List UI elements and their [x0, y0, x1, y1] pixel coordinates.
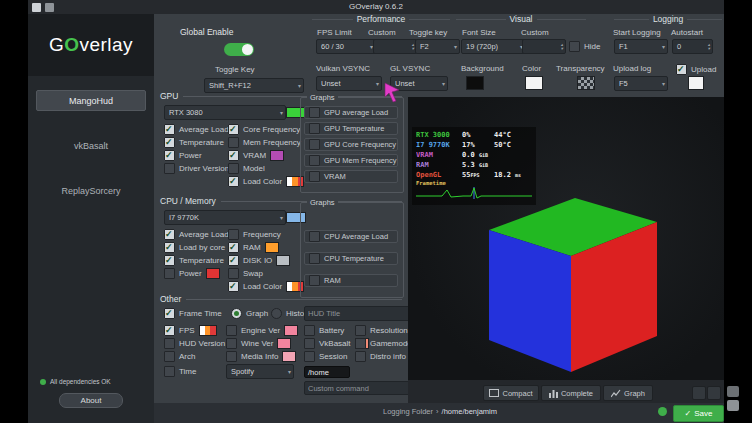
hud-title-input[interactable] [304, 306, 410, 321]
checkbox[interactable] [164, 325, 175, 336]
checkbox[interactable] [164, 124, 175, 135]
save-button[interactable]: ✓Save [673, 405, 724, 422]
gpu-option-temperature[interactable]: Temperature [164, 137, 224, 148]
gpu-option-power[interactable]: Power [164, 150, 202, 161]
cpu-option-average-load[interactable]: Average Load [164, 229, 229, 240]
checkbox[interactable] [226, 338, 237, 349]
other-option-fps[interactable]: FPS [164, 325, 217, 336]
cpu-option-load-by-core[interactable]: Load by core [164, 242, 225, 253]
upload-log-select[interactable]: F5▾ [614, 76, 668, 91]
checkbox[interactable] [228, 268, 239, 279]
complete-button[interactable]: Complete [541, 385, 601, 401]
upload-checkbox[interactable] [676, 64, 687, 75]
about-button[interactable]: About [59, 393, 123, 408]
start-logging-select[interactable]: F1▾ [614, 39, 668, 54]
upload-option[interactable]: Upload [676, 64, 716, 75]
graph-option-gpu-average-load[interactable]: GPU average Load [304, 106, 398, 119]
hide-option[interactable]: Hide [569, 41, 600, 52]
media-player-select[interactable]: Spotify▾ [226, 364, 294, 379]
other-option-battery[interactable]: Battery [304, 325, 344, 336]
cpu-option-ram[interactable]: RAM [228, 242, 279, 253]
other-option-wine-ver[interactable]: Wine Ver [226, 338, 291, 349]
checkbox[interactable] [226, 325, 237, 336]
gpu-option-mem-frequency[interactable]: Mem Frequency [228, 137, 301, 148]
gpu-option-average-load[interactable]: Average Load [164, 124, 229, 135]
checkbox[interactable] [164, 163, 175, 174]
upload-swatch[interactable] [688, 76, 704, 90]
other-option-engine-ver[interactable]: Engine Ver [226, 325, 298, 336]
checkbox[interactable] [228, 124, 239, 135]
spinner-arrows-icon[interactable]: ▴▾ [561, 43, 563, 51]
checkbox[interactable] [355, 338, 366, 349]
checkbox[interactable] [228, 255, 239, 266]
sidebar-item-replaysorcery[interactable]: ReplaySorcery [28, 186, 154, 196]
checkbox[interactable] [164, 150, 175, 161]
fps-custom-spinner[interactable]: ▴▾ [373, 39, 417, 54]
other-option-media-info[interactable]: Media Info [226, 351, 296, 362]
spinner-arrows-icon[interactable]: ▴▾ [708, 43, 710, 51]
graph-button[interactable]: Graph [603, 385, 653, 401]
cpu-option-load-color[interactable]: Load Color [228, 281, 304, 292]
checkbox[interactable] [309, 275, 320, 286]
vram-color-swatch[interactable] [270, 150, 284, 161]
gpu-device-select[interactable]: RTX 3080▾ [164, 105, 286, 120]
perf-toggle-key-select[interactable]: F2▾ [415, 39, 460, 54]
checkbox[interactable] [164, 268, 175, 279]
cpu-option-power[interactable]: Power [164, 268, 220, 279]
wine-color-swatch[interactable] [277, 338, 291, 349]
spinner-arrows-icon[interactable]: ▴▾ [412, 43, 414, 51]
checkbox[interactable] [309, 123, 320, 134]
graph-option-gpu-core-frequency[interactable]: GPU Core Frequency [304, 138, 398, 151]
custom-command-input[interactable] [304, 381, 410, 395]
global-enable-toggle[interactable] [224, 43, 254, 56]
other-option-session[interactable]: Session [304, 351, 347, 362]
font-size-select[interactable]: 19 (720p)▾ [461, 39, 526, 54]
preview-extra-button-2[interactable] [707, 386, 721, 400]
home-path-field[interactable]: /home [304, 366, 350, 378]
font-custom-spinner[interactable]: ▴▾ [522, 39, 566, 54]
checkbox[interactable] [228, 242, 239, 253]
checkbox[interactable] [164, 229, 175, 240]
checkbox[interactable] [304, 338, 315, 349]
checkbox[interactable] [309, 139, 320, 150]
checkbox[interactable] [304, 351, 315, 362]
checkbox[interactable] [309, 253, 320, 264]
gpu-option-load-color[interactable]: Load Color [228, 176, 304, 187]
logging-folder-path[interactable]: /home/benjamim [442, 407, 497, 416]
graph-option-cpu-average-load[interactable]: CPU Average Load [304, 230, 398, 243]
checkbox[interactable] [228, 229, 239, 240]
other-option-frame-time[interactable]: Frame Time [164, 308, 222, 319]
frame-time-graph-radio[interactable]: Graph [231, 308, 268, 319]
checkbox[interactable] [164, 242, 175, 253]
power-color-swatch[interactable] [206, 268, 220, 279]
checkbox[interactable] [355, 351, 366, 362]
cpu-option-swap[interactable]: Swap [228, 268, 263, 279]
checkbox[interactable] [228, 137, 239, 148]
graph-option-gpu-mem-frequency[interactable]: GPU Mem Frequency [304, 154, 398, 167]
media-color-swatch[interactable] [282, 351, 296, 362]
checkbox[interactable] [226, 351, 237, 362]
other-option-hud-version[interactable]: HUD Version [164, 338, 225, 349]
gpu-option-model[interactable]: Model [228, 163, 265, 174]
fps-limit-select[interactable]: 60 / 30▾ [316, 39, 376, 54]
radio[interactable] [231, 308, 242, 319]
checkbox[interactable] [355, 325, 366, 336]
checkbox[interactable] [309, 155, 320, 166]
hide-checkbox[interactable] [569, 41, 580, 52]
sidebar-item-mangohud[interactable]: MangoHud [36, 90, 146, 111]
checkbox[interactable] [164, 351, 175, 362]
ram-color-swatch[interactable] [265, 242, 279, 253]
checkbox[interactable] [164, 308, 175, 319]
gpu-option-core-frequency[interactable]: Core Frequency [228, 124, 300, 135]
cpu-option-frequency[interactable]: Frequency [228, 229, 281, 240]
other-option-time[interactable]: Time [164, 366, 196, 377]
graph-option-gpu-temperature[interactable]: GPU Temperature [304, 122, 398, 135]
vulkan-vsync-select[interactable]: Unset▾ [316, 76, 382, 91]
checkbox[interactable] [164, 255, 175, 266]
other-option-gamemode[interactable]: Gamemode [355, 338, 412, 349]
checkbox[interactable] [164, 366, 175, 377]
checkbox[interactable] [228, 176, 239, 187]
checkbox[interactable] [309, 231, 320, 242]
gpu-option-driver-version[interactable]: Driver Version [164, 163, 229, 174]
other-option-arch[interactable]: Arch [164, 351, 195, 362]
